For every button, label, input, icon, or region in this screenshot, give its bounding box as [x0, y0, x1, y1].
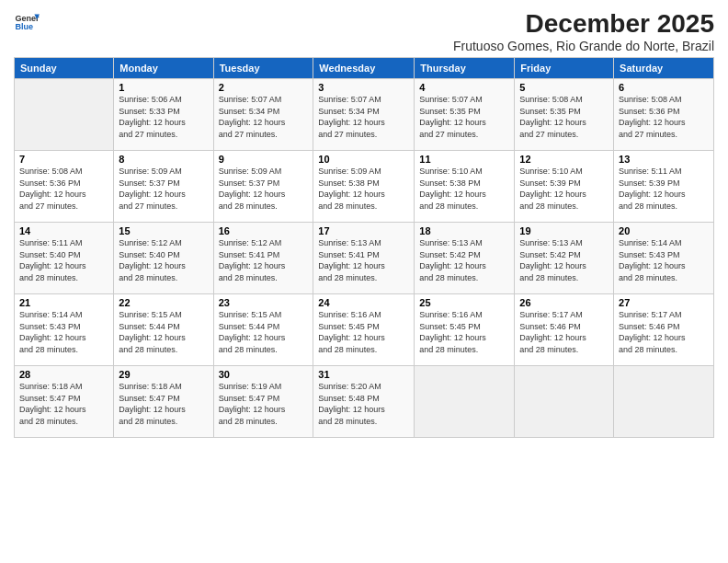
calendar-cell: 21Sunrise: 5:14 AM Sunset: 5:43 PM Dayli…	[15, 294, 114, 366]
day-number: 21	[19, 297, 108, 308]
day-info: Sunrise: 5:20 AM Sunset: 5:48 PM Dayligh…	[318, 381, 409, 427]
day-number: 30	[219, 369, 309, 380]
day-info: Sunrise: 5:09 AM Sunset: 5:37 PM Dayligh…	[119, 166, 208, 212]
day-number: 28	[19, 369, 108, 380]
day-info: Sunrise: 5:06 AM Sunset: 5:33 PM Dayligh…	[119, 94, 208, 140]
day-info: Sunrise: 5:15 AM Sunset: 5:44 PM Dayligh…	[119, 309, 208, 355]
day-info: Sunrise: 5:11 AM Sunset: 5:39 PM Dayligh…	[619, 166, 709, 212]
day-info: Sunrise: 5:16 AM Sunset: 5:45 PM Dayligh…	[419, 309, 509, 355]
day-info: Sunrise: 5:13 AM Sunset: 5:41 PM Dayligh…	[318, 237, 409, 283]
day-number: 25	[419, 297, 509, 308]
calendar-cell: 12Sunrise: 5:10 AM Sunset: 5:39 PM Dayli…	[515, 151, 614, 223]
day-info: Sunrise: 5:18 AM Sunset: 5:47 PM Dayligh…	[119, 381, 208, 427]
week-row-3: 21Sunrise: 5:14 AM Sunset: 5:43 PM Dayli…	[15, 294, 714, 366]
calendar-table: SundayMondayTuesdayWednesdayThursdayFrid…	[14, 57, 714, 438]
calendar-cell: 22Sunrise: 5:15 AM Sunset: 5:44 PM Dayli…	[114, 294, 213, 366]
day-header-tuesday: Tuesday	[213, 58, 313, 79]
day-info: Sunrise: 5:09 AM Sunset: 5:38 PM Dayligh…	[318, 166, 409, 212]
day-number: 5	[519, 82, 609, 93]
page: General Blue December 2025 Frutuoso Gome…	[0, 0, 728, 563]
day-number: 13	[619, 154, 709, 165]
day-number: 10	[318, 154, 409, 165]
day-info: Sunrise: 5:13 AM Sunset: 5:42 PM Dayligh…	[519, 237, 609, 283]
calendar-cell: 17Sunrise: 5:13 AM Sunset: 5:41 PM Dayli…	[313, 223, 415, 294]
day-info: Sunrise: 5:10 AM Sunset: 5:39 PM Dayligh…	[519, 166, 609, 212]
day-number: 2	[219, 82, 309, 93]
calendar-cell: 11Sunrise: 5:10 AM Sunset: 5:38 PM Dayli…	[415, 151, 515, 223]
day-info: Sunrise: 5:12 AM Sunset: 5:40 PM Dayligh…	[119, 237, 208, 283]
svg-text:Blue: Blue	[15, 22, 33, 31]
day-number: 11	[419, 154, 509, 165]
day-header-thursday: Thursday	[415, 58, 515, 79]
header: General Blue December 2025 Frutuoso Gome…	[14, 9, 714, 53]
day-info: Sunrise: 5:07 AM Sunset: 5:34 PM Dayligh…	[318, 94, 409, 140]
calendar-cell: 27Sunrise: 5:17 AM Sunset: 5:46 PM Dayli…	[614, 294, 714, 366]
calendar-cell	[614, 366, 714, 438]
calendar-cell: 6Sunrise: 5:08 AM Sunset: 5:36 PM Daylig…	[614, 79, 714, 151]
week-row-2: 14Sunrise: 5:11 AM Sunset: 5:40 PM Dayli…	[15, 223, 714, 294]
calendar-cell: 18Sunrise: 5:13 AM Sunset: 5:42 PM Dayli…	[415, 223, 515, 294]
day-number: 3	[318, 82, 409, 93]
day-info: Sunrise: 5:07 AM Sunset: 5:35 PM Dayligh…	[419, 94, 509, 140]
calendar-cell: 10Sunrise: 5:09 AM Sunset: 5:38 PM Dayli…	[313, 151, 415, 223]
title-block: December 2025 Frutuoso Gomes, Rio Grande…	[453, 9, 714, 53]
calendar-cell: 31Sunrise: 5:20 AM Sunset: 5:48 PM Dayli…	[313, 366, 415, 438]
day-number: 12	[519, 154, 609, 165]
day-info: Sunrise: 5:13 AM Sunset: 5:42 PM Dayligh…	[419, 237, 509, 283]
calendar-cell: 5Sunrise: 5:08 AM Sunset: 5:35 PM Daylig…	[515, 79, 614, 151]
day-info: Sunrise: 5:12 AM Sunset: 5:41 PM Dayligh…	[219, 237, 309, 283]
day-info: Sunrise: 5:08 AM Sunset: 5:36 PM Dayligh…	[619, 94, 709, 140]
day-number: 6	[619, 82, 709, 93]
calendar-cell: 15Sunrise: 5:12 AM Sunset: 5:40 PM Dayli…	[114, 223, 213, 294]
header-row: SundayMondayTuesdayWednesdayThursdayFrid…	[15, 58, 714, 79]
calendar-cell	[15, 79, 114, 151]
calendar-cell: 14Sunrise: 5:11 AM Sunset: 5:40 PM Dayli…	[15, 223, 114, 294]
day-number: 20	[619, 225, 709, 236]
day-number: 15	[119, 225, 208, 236]
day-info: Sunrise: 5:11 AM Sunset: 5:40 PM Dayligh…	[19, 237, 108, 283]
day-info: Sunrise: 5:10 AM Sunset: 5:38 PM Dayligh…	[419, 166, 509, 212]
subtitle: Frutuoso Gomes, Rio Grande do Norte, Bra…	[453, 39, 714, 53]
week-row-0: 1Sunrise: 5:06 AM Sunset: 5:33 PM Daylig…	[15, 79, 714, 151]
calendar-cell: 9Sunrise: 5:09 AM Sunset: 5:37 PM Daylig…	[213, 151, 313, 223]
day-info: Sunrise: 5:14 AM Sunset: 5:43 PM Dayligh…	[19, 309, 108, 355]
day-number: 17	[318, 225, 409, 236]
calendar-cell	[515, 366, 614, 438]
week-row-4: 28Sunrise: 5:18 AM Sunset: 5:47 PM Dayli…	[15, 366, 714, 438]
week-row-1: 7Sunrise: 5:08 AM Sunset: 5:36 PM Daylig…	[15, 151, 714, 223]
day-info: Sunrise: 5:15 AM Sunset: 5:44 PM Dayligh…	[219, 309, 309, 355]
calendar-cell: 7Sunrise: 5:08 AM Sunset: 5:36 PM Daylig…	[15, 151, 114, 223]
day-number: 29	[119, 369, 208, 380]
day-number: 31	[318, 369, 409, 380]
calendar-cell: 20Sunrise: 5:14 AM Sunset: 5:43 PM Dayli…	[614, 223, 714, 294]
day-info: Sunrise: 5:08 AM Sunset: 5:35 PM Dayligh…	[519, 94, 609, 140]
calendar-cell: 16Sunrise: 5:12 AM Sunset: 5:41 PM Dayli…	[213, 223, 313, 294]
logo-icon: General Blue	[14, 9, 40, 35]
calendar-cell: 3Sunrise: 5:07 AM Sunset: 5:34 PM Daylig…	[313, 79, 415, 151]
day-header-saturday: Saturday	[614, 58, 714, 79]
calendar-cell: 30Sunrise: 5:19 AM Sunset: 5:47 PM Dayli…	[213, 366, 313, 438]
day-number: 26	[519, 297, 609, 308]
calendar-cell: 1Sunrise: 5:06 AM Sunset: 5:33 PM Daylig…	[114, 79, 213, 151]
day-number: 24	[318, 297, 409, 308]
calendar-cell: 19Sunrise: 5:13 AM Sunset: 5:42 PM Dayli…	[515, 223, 614, 294]
calendar-cell: 23Sunrise: 5:15 AM Sunset: 5:44 PM Dayli…	[213, 294, 313, 366]
calendar-cell	[415, 366, 515, 438]
calendar-cell: 13Sunrise: 5:11 AM Sunset: 5:39 PM Dayli…	[614, 151, 714, 223]
day-info: Sunrise: 5:07 AM Sunset: 5:34 PM Dayligh…	[219, 94, 309, 140]
day-info: Sunrise: 5:17 AM Sunset: 5:46 PM Dayligh…	[619, 309, 709, 355]
calendar-cell: 29Sunrise: 5:18 AM Sunset: 5:47 PM Dayli…	[114, 366, 213, 438]
day-info: Sunrise: 5:17 AM Sunset: 5:46 PM Dayligh…	[519, 309, 609, 355]
day-info: Sunrise: 5:18 AM Sunset: 5:47 PM Dayligh…	[19, 381, 108, 427]
day-number: 16	[219, 225, 309, 236]
day-header-sunday: Sunday	[15, 58, 114, 79]
calendar-cell: 25Sunrise: 5:16 AM Sunset: 5:45 PM Dayli…	[415, 294, 515, 366]
day-number: 19	[519, 225, 609, 236]
day-number: 7	[19, 154, 108, 165]
day-number: 1	[119, 82, 208, 93]
calendar-cell: 24Sunrise: 5:16 AM Sunset: 5:45 PM Dayli…	[313, 294, 415, 366]
day-info: Sunrise: 5:09 AM Sunset: 5:37 PM Dayligh…	[219, 166, 309, 212]
day-number: 8	[119, 154, 208, 165]
day-info: Sunrise: 5:08 AM Sunset: 5:36 PM Dayligh…	[19, 166, 108, 212]
calendar-cell: 4Sunrise: 5:07 AM Sunset: 5:35 PM Daylig…	[415, 79, 515, 151]
